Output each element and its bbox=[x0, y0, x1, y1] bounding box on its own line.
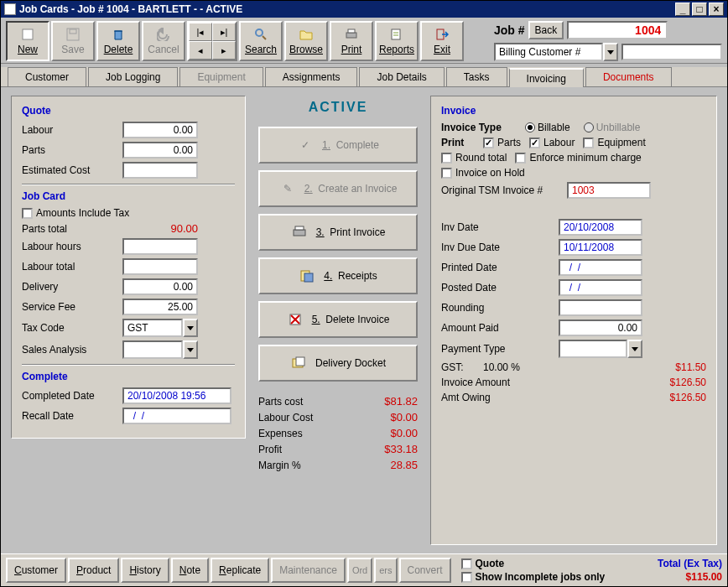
original-invoice-field[interactable] bbox=[567, 182, 651, 199]
search-button[interactable]: Search bbox=[239, 21, 283, 61]
billing-filter-combo[interactable] bbox=[494, 43, 618, 61]
main-toolbar: New Save Delete Cancel |◂ ▸| ◂ ▸ Search … bbox=[1, 18, 727, 64]
nav-prev[interactable]: ◂ bbox=[189, 41, 212, 60]
service-fee[interactable] bbox=[122, 299, 198, 315]
tab-job-logging[interactable]: Job Logging bbox=[88, 67, 178, 86]
maximize-button[interactable]: □ bbox=[692, 3, 707, 16]
trash-icon bbox=[111, 27, 126, 42]
bottom-incomplete-checkbox[interactable] bbox=[461, 572, 472, 583]
delivery[interactable] bbox=[122, 278, 198, 295]
sales-analysis-combo[interactable] bbox=[122, 340, 198, 359]
tax-code-combo[interactable] bbox=[122, 319, 198, 337]
status-badge: ACTIVE bbox=[309, 100, 368, 115]
title-bar: Job Cards - Job # 1004 - BARTLETT - - AC… bbox=[1, 1, 727, 18]
chevron-down-icon[interactable] bbox=[603, 43, 618, 61]
payment-type-combo[interactable] bbox=[559, 340, 642, 358]
nav-first[interactable]: |◂ bbox=[189, 23, 212, 41]
mid-stats: Parts cost$81.82 Labour Cost$0.00 Expens… bbox=[258, 392, 418, 475]
delete-invoice-button[interactable]: 5. Delete Invoice bbox=[258, 301, 418, 338]
bottom-replicate[interactable]: Replicate bbox=[211, 558, 269, 583]
bottom-customer[interactable]: Customer bbox=[6, 558, 66, 583]
minimize-button[interactable]: _ bbox=[675, 3, 690, 16]
bottom-convert[interactable]: Convert bbox=[399, 558, 451, 583]
undo-icon bbox=[156, 27, 171, 42]
svg-rect-14 bbox=[304, 273, 313, 282]
svg-point-3 bbox=[256, 29, 263, 36]
exit-button[interactable]: Exit bbox=[420, 21, 464, 61]
amount-paid[interactable] bbox=[559, 319, 642, 336]
content-area: Quote Labour Parts Estimated Cost Job Ca… bbox=[1, 87, 727, 553]
quote-title: Quote bbox=[22, 105, 235, 117]
parts-total: 90.00 bbox=[122, 222, 198, 235]
svg-rect-19 bbox=[296, 357, 304, 366]
jobnum-label: Job # bbox=[494, 23, 525, 37]
reports-button[interactable]: Reports bbox=[375, 21, 419, 61]
tab-job-details[interactable]: Job Details bbox=[359, 67, 444, 86]
labour-hours[interactable] bbox=[122, 238, 198, 255]
back-button[interactable]: Back bbox=[528, 21, 564, 39]
total-label: Total (Ex Tax) bbox=[658, 558, 722, 569]
close-button[interactable]: × bbox=[709, 3, 724, 16]
invoice-hold-checkbox[interactable] bbox=[441, 168, 452, 179]
tab-tasks[interactable]: Tasks bbox=[446, 67, 507, 86]
cancel-button[interactable]: Cancel bbox=[142, 21, 185, 61]
svg-line-4 bbox=[263, 36, 266, 39]
enforce-min-checkbox[interactable] bbox=[515, 153, 526, 164]
browse-button[interactable]: Browse bbox=[284, 21, 328, 61]
printed-date[interactable] bbox=[559, 259, 642, 276]
left-panel: Quote Labour Parts Estimated Cost Job Ca… bbox=[11, 96, 246, 439]
docket-icon bbox=[290, 355, 307, 371]
new-icon bbox=[20, 27, 35, 42]
tab-equipment[interactable]: Equipment bbox=[179, 67, 263, 86]
print-button[interactable]: Print bbox=[330, 21, 373, 61]
amounts-include-tax-checkbox[interactable] bbox=[22, 208, 33, 219]
jobcard-title: Job Card bbox=[22, 190, 235, 202]
quote-estcost[interactable] bbox=[122, 162, 198, 179]
print-parts-checkbox[interactable]: ✓ bbox=[483, 138, 494, 148]
delete-button[interactable]: Delete bbox=[96, 21, 140, 61]
completed-date[interactable] bbox=[122, 387, 231, 404]
quote-parts[interactable] bbox=[122, 142, 198, 158]
delivery-docket-button[interactable]: Delivery Docket bbox=[258, 345, 418, 382]
receipts-button[interactable]: 4. Receipts bbox=[258, 257, 418, 294]
tab-customer[interactable]: Customer bbox=[8, 67, 86, 86]
print-labour-checkbox[interactable]: ✓ bbox=[529, 138, 540, 148]
bottom-orders-b[interactable]: ers bbox=[374, 558, 397, 583]
svg-rect-0 bbox=[23, 29, 33, 39]
recall-date[interactable] bbox=[122, 408, 231, 424]
complete-button[interactable]: ✓ 1. Complete bbox=[258, 127, 418, 164]
unbillable-radio[interactable] bbox=[584, 122, 594, 132]
bottom-orders-a[interactable]: Ord bbox=[347, 558, 372, 583]
print-equipment-checkbox[interactable] bbox=[583, 138, 594, 148]
inv-due-date[interactable] bbox=[559, 239, 642, 256]
tab-documents[interactable]: Documents bbox=[585, 67, 672, 86]
create-invoice-button[interactable]: ✎ 2. Create an Invoice bbox=[258, 170, 418, 207]
bottom-quote-checkbox[interactable] bbox=[461, 558, 472, 569]
inv-date[interactable] bbox=[559, 219, 642, 236]
bottom-note[interactable]: Note bbox=[171, 558, 209, 583]
bottom-product[interactable]: Product bbox=[68, 558, 119, 583]
billing-filter-value[interactable] bbox=[621, 44, 722, 60]
tab-assignments[interactable]: Assignments bbox=[265, 67, 358, 86]
invoice-panel: Invoice Invoice Type Billable Unbillable… bbox=[430, 96, 717, 545]
labour-total[interactable] bbox=[122, 258, 198, 275]
posted-date[interactable] bbox=[559, 279, 642, 296]
nav-next[interactable]: ▸ bbox=[212, 41, 236, 60]
print-invoice-button[interactable]: 3. Print Invoice bbox=[258, 214, 418, 251]
round-total-checkbox[interactable] bbox=[441, 153, 452, 164]
bottom-maintenance[interactable]: Maintenance bbox=[271, 558, 346, 583]
chevron-down-icon[interactable] bbox=[183, 340, 198, 359]
job-number-field[interactable] bbox=[567, 21, 668, 39]
quote-labour[interactable] bbox=[122, 122, 198, 138]
new-button[interactable]: New bbox=[6, 21, 49, 61]
tab-invoicing[interactable]: Invoicing bbox=[509, 68, 584, 87]
rounding-field[interactable] bbox=[559, 299, 642, 316]
pencil-icon: ✎ bbox=[279, 180, 296, 197]
billable-radio[interactable] bbox=[525, 122, 535, 132]
bottom-history[interactable]: History bbox=[121, 558, 169, 583]
chevron-down-icon[interactable] bbox=[627, 340, 642, 358]
chevron-down-icon[interactable] bbox=[183, 319, 198, 337]
save-button[interactable]: Save bbox=[51, 21, 95, 61]
record-nav: |◂ ▸| ◂ ▸ bbox=[187, 21, 237, 61]
nav-last[interactable]: ▸| bbox=[212, 23, 236, 41]
